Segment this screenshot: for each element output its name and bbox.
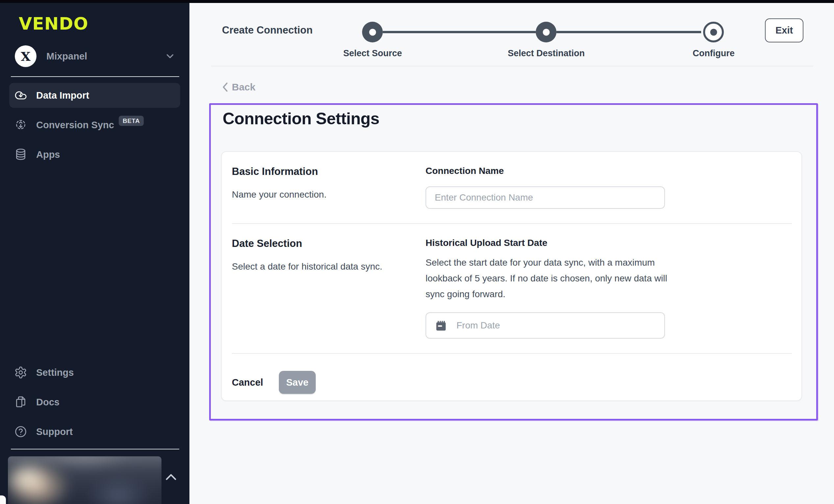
help-icon bbox=[14, 425, 27, 438]
sidebar-item-settings[interactable]: Settings bbox=[9, 360, 180, 385]
section-title: Date Selection bbox=[232, 238, 425, 249]
profile-area bbox=[0, 456, 190, 504]
sidebar-divider-bottom bbox=[11, 449, 179, 450]
stepper-connector-1 bbox=[383, 31, 536, 33]
docs-icon bbox=[14, 395, 27, 409]
exit-button[interactable]: Exit bbox=[765, 18, 804, 42]
step-node-select-destination[interactable] bbox=[536, 22, 556, 42]
sidebar-item-support[interactable]: Support bbox=[9, 419, 180, 444]
chevron-down-icon bbox=[164, 51, 176, 62]
step-dot bbox=[369, 29, 376, 36]
from-date-input[interactable] bbox=[425, 312, 665, 338]
section-left: Date Selection Select a date for histori… bbox=[232, 238, 425, 338]
window-top-bar bbox=[0, 0, 834, 3]
step-dot bbox=[710, 29, 717, 36]
create-connection-header: Create Connection Select Source Select D… bbox=[211, 0, 813, 66]
cloud-download-icon bbox=[14, 89, 27, 102]
connection-name-label: Connection Name bbox=[425, 166, 792, 176]
section-right: Historical Upload Start Date Select the … bbox=[425, 238, 792, 338]
sidebar-spacer bbox=[9, 172, 180, 354]
sidebar-item-docs[interactable]: Docs bbox=[9, 390, 180, 415]
back-label: Back bbox=[232, 82, 256, 93]
date-selection-section: Date Selection Select a date for histori… bbox=[222, 224, 802, 338]
section-description: Name your connection. bbox=[232, 189, 425, 200]
profile-photo-blur bbox=[8, 456, 161, 504]
beta-badge: BETA bbox=[119, 116, 144, 126]
from-date-field bbox=[425, 312, 665, 338]
workspace-selector[interactable]: X Mixpanel bbox=[15, 45, 176, 67]
popover-corner bbox=[0, 496, 6, 504]
section-description: Select a date for historical data sync. bbox=[232, 261, 425, 272]
start-date-label: Historical Upload Start Date bbox=[425, 238, 792, 248]
save-button[interactable]: Save bbox=[279, 371, 316, 394]
step-label-configure: Configure bbox=[644, 48, 783, 59]
step-dot bbox=[543, 29, 550, 36]
page-title: Connection Settings bbox=[223, 109, 816, 128]
start-date-help-text: Select the start date for your data sync… bbox=[425, 255, 677, 302]
sidebar-item-label: Settings bbox=[36, 367, 74, 378]
sync-icon bbox=[14, 118, 27, 132]
section-right: Connection Name bbox=[425, 166, 792, 209]
sidebar-item-apps[interactable]: Apps bbox=[9, 142, 180, 167]
sidebar-item-label: Data Import bbox=[36, 90, 89, 101]
sidebar-item-label: Apps bbox=[36, 149, 60, 160]
sidebar-item-label: Conversion Sync bbox=[36, 120, 114, 131]
section-left: Basic Information Name your connection. bbox=[232, 166, 425, 209]
vendo-logo: VENDO bbox=[19, 15, 180, 32]
section-title: Basic Information bbox=[232, 166, 425, 178]
connection-name-input[interactable] bbox=[425, 187, 665, 209]
sidebar-item-label: Support bbox=[36, 426, 73, 437]
sidebar-item-conversion-sync[interactable]: Conversion Sync BETA bbox=[9, 112, 180, 137]
sidebar: VENDO X Mixpanel Data Import Conversion … bbox=[0, 0, 190, 504]
sidebar-nav: Data Import Conversion Sync BETA Apps bbox=[9, 83, 180, 172]
settings-card: Basic Information Name your connection. … bbox=[221, 151, 802, 401]
gear-icon bbox=[14, 366, 27, 379]
step-node-configure[interactable] bbox=[703, 22, 724, 42]
stepper-connector-2 bbox=[556, 31, 701, 33]
step-label-select-destination: Select Destination bbox=[477, 48, 615, 59]
sidebar-item-data-import[interactable]: Data Import bbox=[9, 83, 180, 108]
connection-settings-panel: Connection Settings Basic Information Na… bbox=[209, 103, 818, 420]
chevron-up-icon[interactable] bbox=[164, 472, 178, 482]
mixpanel-logo-icon: X bbox=[15, 45, 37, 67]
workspace-name: Mixpanel bbox=[46, 51, 164, 62]
card-footer: Cancel Save bbox=[222, 354, 802, 394]
back-link[interactable]: Back bbox=[221, 82, 256, 93]
sidebar-footer-nav: Settings Docs Support bbox=[9, 360, 180, 449]
sidebar-item-label: Docs bbox=[36, 397, 60, 408]
database-icon bbox=[14, 148, 27, 161]
cancel-button[interactable]: Cancel bbox=[232, 377, 263, 388]
header-title: Create Connection bbox=[222, 24, 313, 36]
sidebar-divider-top bbox=[11, 76, 179, 77]
user-profile-blurred[interactable] bbox=[8, 456, 161, 504]
step-label-select-source: Select Source bbox=[304, 48, 442, 59]
step-node-select-source[interactable] bbox=[362, 22, 383, 42]
main-content: Create Connection Select Source Select D… bbox=[190, 0, 834, 504]
basic-information-section: Basic Information Name your connection. … bbox=[222, 152, 802, 209]
chevron-left-icon bbox=[221, 82, 228, 92]
